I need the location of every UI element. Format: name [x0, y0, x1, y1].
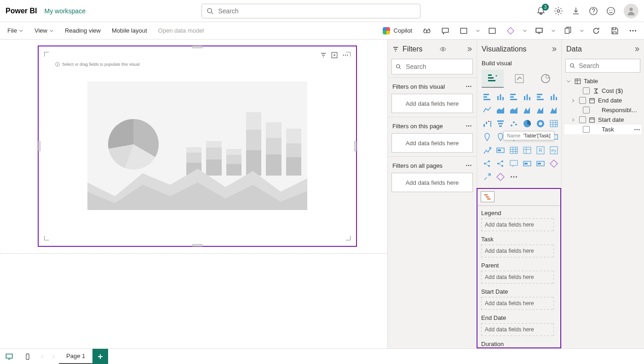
more-ribbon[interactable]: [626, 24, 640, 37]
view-menu[interactable]: View: [31, 25, 58, 36]
viz-waterfall[interactable]: [482, 118, 493, 129]
visual-more-icon[interactable]: [342, 52, 349, 58]
well-task-drop[interactable]: Add data fields here: [481, 245, 554, 257]
refresh-button[interactable]: [589, 24, 604, 37]
viz-stacked-column[interactable]: [495, 91, 506, 102]
ribbon-tool-b[interactable]: [485, 24, 500, 37]
data-search-input[interactable]: [578, 62, 636, 70]
field-task[interactable]: Task: [564, 125, 641, 134]
ribbon-tool-a[interactable]: [456, 24, 471, 37]
copy-drop[interactable]: [579, 24, 585, 37]
resize-handle-n[interactable]: [192, 46, 202, 48]
viz-power-automate[interactable]: [482, 171, 493, 182]
well-legend-drop[interactable]: Add data fields here: [481, 218, 554, 231]
gantt-visual-thumb[interactable]: [481, 192, 494, 202]
viz-100-bar[interactable]: [535, 91, 546, 102]
viz-scatter[interactable]: [508, 118, 519, 129]
ribbon-tool-shapes-drop[interactable]: [522, 24, 528, 37]
collapse-filters[interactable]: [466, 46, 472, 52]
checkbox[interactable]: [579, 116, 586, 123]
viz-pie[interactable]: [522, 118, 533, 129]
ribbon-tool-c[interactable]: [532, 24, 546, 37]
viz-paginated[interactable]: [535, 158, 546, 169]
data-search[interactable]: [565, 59, 640, 73]
collapse-viz[interactable]: [551, 46, 557, 52]
notifications-button[interactable]: 3: [536, 6, 546, 16]
viz-key-influencers[interactable]: [482, 158, 493, 169]
resize-handle-w[interactable]: [38, 141, 40, 151]
filters-search[interactable]: [391, 59, 473, 74]
ribbon-tool-c-drop[interactable]: [550, 24, 557, 37]
account-avatar[interactable]: [624, 4, 638, 18]
viz-decomposition[interactable]: [495, 158, 506, 169]
copy-button[interactable]: [560, 24, 575, 37]
feedback-button[interactable]: [606, 6, 615, 16]
viz-100-column[interactable]: [548, 91, 559, 102]
prev-page[interactable]: [37, 349, 48, 364]
field-start-date[interactable]: Start date: [564, 115, 641, 125]
filters-visual-drop[interactable]: Add data fields here: [391, 94, 473, 113]
canvas[interactable]: Select or drag fields to populate this v…: [0, 40, 387, 348]
selected-visual[interactable]: Select or drag fields to populate this v…: [38, 46, 357, 247]
more-icon[interactable]: [466, 123, 472, 129]
viz-py[interactable]: [548, 145, 559, 156]
next-page[interactable]: [48, 349, 59, 364]
viz-qna[interactable]: [508, 158, 519, 169]
viz-clustered-bar[interactable]: [508, 91, 519, 102]
settings-button[interactable]: [554, 6, 563, 16]
viz-map[interactable]: [482, 131, 493, 142]
viz-donut[interactable]: [535, 118, 546, 129]
viz-slicer[interactable]: [495, 145, 506, 156]
more-icon[interactable]: [634, 126, 640, 133]
page-tab-1[interactable]: Page 1: [59, 349, 92, 364]
filters-all-drop[interactable]: Add data fields here: [391, 173, 473, 192]
viz-funnel[interactable]: [495, 118, 506, 129]
field-end-date[interactable]: End date: [564, 96, 641, 105]
well-enddate-drop[interactable]: Add data fields here: [481, 323, 554, 336]
viz-area[interactable]: [495, 105, 506, 116]
viz-ribbon[interactable]: [548, 105, 559, 116]
comment-button[interactable]: [438, 24, 453, 37]
filters-search-input[interactable]: [405, 63, 469, 71]
phone-view[interactable]: [18, 349, 37, 364]
viz-line-stacked-col[interactable]: [522, 105, 533, 116]
ribbon-tool-shapes[interactable]: [503, 24, 518, 37]
add-page-button[interactable]: [92, 349, 108, 364]
collapse-data[interactable]: [634, 46, 639, 52]
viz-matrix[interactable]: [522, 145, 533, 156]
visual-filter-icon[interactable]: [320, 52, 327, 58]
help-button[interactable]: [589, 6, 598, 16]
viz-power-apps[interactable]: [548, 158, 559, 169]
viz-kpi[interactable]: [482, 145, 493, 156]
viz-r[interactable]: [535, 145, 546, 156]
viz-custom[interactable]: [495, 171, 506, 182]
build-visual-tab[interactable]: [482, 69, 504, 88]
viz-smart-narrative[interactable]: [522, 158, 533, 169]
explore-button[interactable]: [420, 24, 434, 37]
reading-view-button[interactable]: Reading view: [61, 25, 104, 36]
viz-line[interactable]: [482, 105, 493, 116]
well-startdate-drop[interactable]: Add data fields here: [481, 297, 554, 310]
checkbox[interactable]: [583, 107, 590, 114]
viz-stacked-area[interactable]: [508, 105, 519, 116]
more-icon[interactable]: [466, 83, 472, 90]
viz-clustered-column[interactable]: [522, 91, 533, 102]
viz-treemap[interactable]: [548, 118, 559, 129]
viz-stacked-bar[interactable]: [482, 91, 493, 102]
well-parent-drop[interactable]: Add data fields here: [481, 271, 554, 284]
viz-get-more[interactable]: [508, 171, 519, 182]
checkbox[interactable]: [583, 126, 590, 133]
show-filters-icon[interactable]: [440, 46, 446, 52]
checkbox[interactable]: [579, 97, 586, 104]
field-cost[interactable]: Cost ($): [564, 86, 641, 96]
analytics-tab[interactable]: [535, 69, 557, 88]
download-button[interactable]: [571, 6, 581, 16]
more-icon[interactable]: [466, 162, 472, 169]
mobile-layout-button[interactable]: Mobile layout: [108, 25, 151, 36]
checkbox[interactable]: [583, 87, 590, 94]
filters-page-drop[interactable]: Add data fields here: [391, 133, 473, 153]
field-responsible[interactable]: Responsible Tea…: [564, 105, 641, 115]
viz-line-clustered-col[interactable]: [535, 105, 546, 116]
resize-handle-s[interactable]: [192, 244, 202, 246]
workspace-name[interactable]: My workspace: [44, 7, 85, 15]
